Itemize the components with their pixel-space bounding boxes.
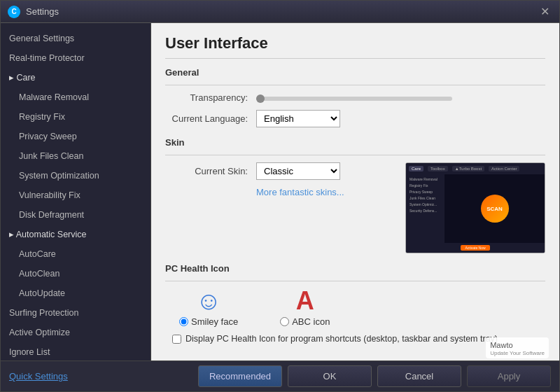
pc-health-section: PC Health Icon ☺ Smiley face: [165, 263, 545, 344]
sidebar-item-autocare[interactable]: AutoCare: [1, 244, 150, 264]
sidebar-item-privacy-sweep[interactable]: Privacy Sweep: [1, 127, 150, 146]
preview-item-1: Malware Removal: [408, 176, 442, 182]
skin-select[interactable]: Classic Dark Light: [256, 162, 340, 180]
transparency-slider[interactable]: [256, 97, 452, 101]
content-body: User Interface General Transparency: C: [151, 23, 559, 360]
app-icon: C: [8, 6, 20, 18]
sidebar-item-active-optimize[interactable]: Active Optimize: [1, 323, 150, 342]
transparency-row: Transparency:: [165, 92, 545, 103]
preview-tab-turboboost: ▲Turbo Boost: [452, 166, 484, 172]
abc-radio-label[interactable]: ABC icon: [280, 316, 330, 327]
abc-label: ABC icon: [292, 316, 330, 327]
watermark: Mawto Update Your Software: [486, 337, 549, 358]
more-skins-link[interactable]: More fantastic skins...: [256, 187, 391, 197]
skin-section-block: Skin Current Skin: Classic Dark Light: [165, 137, 545, 253]
health-icons-row: ☺ Smiley face A ABC icon: [179, 288, 545, 327]
transparency-label: Transparency:: [165, 92, 256, 103]
skin-section: Current Skin: Classic Dark Light More fa…: [165, 162, 545, 253]
smiley-radio-label[interactable]: Smiley face: [179, 316, 238, 327]
apply-button[interactable]: Apply: [467, 365, 551, 387]
watermark-brand: Mawto: [490, 341, 512, 349]
sidebar-item-junk-files-clean[interactable]: Junk Files Clean: [1, 146, 150, 166]
window-title: Settings: [26, 6, 537, 17]
settings-window: C Settings ✕ General Settings Real-time …: [0, 0, 560, 392]
skin-left: Current Skin: Classic Dark Light More fa…: [165, 162, 391, 197]
preview-item-2: Registry Fix: [408, 183, 442, 188]
skin-section-title: Skin: [165, 137, 545, 148]
preview-item-3: Privacy Sweep: [408, 189, 442, 195]
sidebar: General Settings Real-time Protector ▸ C…: [1, 23, 151, 360]
preview-body: Malware Removal Registry Fix Privacy Swe…: [406, 174, 545, 243]
sidebar-item-automatic-service[interactable]: ▸ Automatic Service: [1, 225, 150, 244]
preview-tab-actioncenter: Action Center: [489, 166, 519, 172]
preview-topbar: Care Toolbox ▲Turbo Boost Action Center: [406, 163, 545, 174]
preview-sidebar: Malware Removal Registry Fix Privacy Swe…: [406, 174, 444, 243]
smiley-option: ☺ Smiley face: [179, 288, 238, 327]
general-section-title: General: [165, 67, 545, 78]
abc-radio[interactable]: [280, 317, 289, 326]
health-icon-checkbox[interactable]: [172, 335, 181, 344]
current-skin-label: Current Skin:: [165, 166, 256, 176]
sidebar-item-general-settings[interactable]: General Settings: [1, 29, 150, 48]
health-icon-checkbox-label[interactable]: Display PC Health Icon for program short…: [186, 334, 498, 344]
ok-button[interactable]: OK: [288, 365, 372, 387]
skin-preview-inner: Care Toolbox ▲Turbo Boost Action Center …: [406, 163, 545, 253]
pc-health-title: PC Health Icon: [165, 263, 545, 274]
sidebar-item-autoupdate[interactable]: AutoUpdate: [1, 284, 150, 303]
language-row: Current Language: English French German …: [165, 110, 545, 127]
close-button[interactable]: ✕: [537, 4, 552, 20]
title-bar: C Settings ✕: [1, 1, 559, 23]
sidebar-item-autoclean[interactable]: AutoClean: [1, 264, 150, 284]
sidebar-item-registry-fix[interactable]: Registry Fix: [1, 107, 150, 127]
cancel-button[interactable]: Cancel: [377, 365, 461, 387]
preview-bottom-bar: Activate Now: [406, 243, 545, 253]
pc-health-divider: [165, 281, 545, 281]
language-label: Current Language:: [165, 113, 256, 124]
abc-icon: A: [296, 288, 314, 314]
preview-main: SCAN: [444, 174, 545, 243]
preview-tab-care: Care: [409, 166, 424, 172]
sidebar-item-disk-defragment[interactable]: Disk Defragment: [1, 205, 150, 225]
page-title: User Interface: [165, 34, 545, 59]
quick-settings-link[interactable]: Quick Settings: [9, 371, 192, 382]
preview-item-6: Security Defens...: [408, 208, 442, 214]
smiley-label: Smiley face: [191, 316, 238, 327]
language-select[interactable]: English French German Spanish Chinese: [256, 110, 340, 127]
abc-option: A ABC icon: [280, 288, 330, 327]
sidebar-item-vulnerability-fix[interactable]: Vulnerability Fix: [1, 186, 150, 205]
skin-preview: Care Toolbox ▲Turbo Boost Action Center …: [405, 162, 545, 253]
skin-divider: [165, 155, 545, 155]
bottom-bar: Quick Settings Recommended OK Cancel App…: [1, 360, 559, 391]
content-area: User Interface General Transparency: C: [151, 23, 559, 360]
sidebar-item-surfing-protection[interactable]: Surfing Protection: [1, 303, 150, 323]
smiley-radio[interactable]: [179, 317, 188, 326]
general-divider: [165, 85, 545, 85]
sidebar-item-system-optimization[interactable]: System Optimization: [1, 166, 150, 186]
general-section: General Transparency: Current Language:: [165, 67, 545, 127]
sidebar-item-realtime-protector[interactable]: Real-time Protector: [1, 48, 150, 68]
preview-tab-toolbox: Toolbox: [428, 166, 448, 172]
preview-activate-btn: Activate Now: [461, 245, 489, 251]
recommended-button[interactable]: Recommended: [198, 365, 282, 387]
sidebar-item-malware-removal[interactable]: Malware Removal: [1, 88, 150, 107]
preview-scan-btn: SCAN: [481, 195, 509, 223]
preview-item-4: Junk Files Clean: [408, 195, 442, 201]
skin-select-row: Current Skin: Classic Dark Light: [165, 162, 391, 180]
watermark-tagline: Update Your Software: [490, 350, 545, 356]
sidebar-item-care[interactable]: ▸ Care: [1, 68, 150, 88]
sidebar-item-ignore-list[interactable]: Ignore List: [1, 342, 150, 360]
smiley-icon: ☺: [196, 288, 222, 314]
main-content: General Settings Real-time Protector ▸ C…: [1, 23, 559, 360]
transparency-slider-container: [256, 92, 452, 103]
preview-item-5: System Optimiz...: [408, 202, 442, 207]
